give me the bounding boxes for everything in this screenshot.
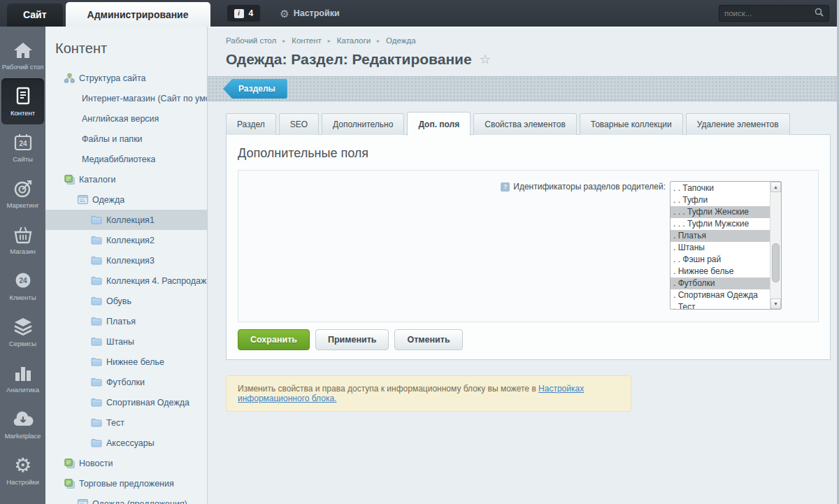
catalog-icon bbox=[64, 459, 75, 468]
tree-item[interactable]: Коллекция1 bbox=[45, 210, 207, 230]
breadcrumb-separator-icon: ▸ bbox=[377, 38, 380, 44]
back-to-sections-button[interactable]: Разделы bbox=[223, 79, 287, 99]
cancel-button[interactable]: Отменить bbox=[394, 329, 462, 350]
rail-item-clients[interactable]: 24Клиенты bbox=[1, 263, 44, 309]
option[interactable]: . . Тапочки bbox=[671, 182, 770, 194]
apply-button[interactable]: Применить bbox=[315, 329, 389, 350]
field-label: Идентификаторы разделов родителей: bbox=[513, 182, 666, 192]
tree-item[interactable]: Коллекция2 bbox=[45, 230, 207, 250]
field-label-cell: ? Идентификаторы разделов родителей: bbox=[250, 181, 670, 192]
tree-item-label: Обувь bbox=[106, 296, 131, 306]
tree-item[interactable]: Коллекция3 bbox=[45, 250, 207, 271]
scrollbar-thumb[interactable] bbox=[772, 243, 780, 282]
search-input[interactable] bbox=[724, 9, 815, 17]
scroll-down-icon[interactable]: ▼ bbox=[770, 298, 781, 309]
help-icon[interactable]: ? bbox=[501, 182, 510, 192]
tab-site[interactable]: Сайт bbox=[7, 3, 63, 27]
form-fields-area: ? Идентификаторы разделов родителей: . .… bbox=[238, 170, 819, 322]
rail-item-document[interactable]: Контент bbox=[1, 78, 44, 124]
folder-icon bbox=[91, 256, 102, 265]
option[interactable]: . Нижнее белье bbox=[671, 266, 770, 278]
rail-item-label: Контент bbox=[10, 109, 35, 117]
option[interactable]: . Футболки bbox=[671, 278, 770, 289]
folder-icon bbox=[91, 215, 102, 224]
iblock-icon bbox=[78, 195, 88, 204]
tab-item[interactable]: Свойства элементов bbox=[473, 113, 577, 135]
tab-item[interactable]: Товарные коллекции bbox=[580, 113, 683, 135]
topbar-settings-button[interactable]: ⚙ Настройки bbox=[280, 8, 339, 19]
parent-sections-multiselect[interactable]: . . Тапочки. . Туфли. . . Туфли Женские.… bbox=[670, 181, 782, 310]
breadcrumb-separator-icon: ▸ bbox=[328, 38, 331, 44]
tab-administration[interactable]: Администрирование bbox=[66, 2, 210, 27]
svg-text:24: 24 bbox=[19, 277, 27, 285]
tab-item[interactable]: Удаление элементов bbox=[686, 113, 790, 135]
breadcrumb: Рабочий стол▸Контент▸Каталоги▸Одежда bbox=[208, 28, 839, 45]
cloud-download-icon bbox=[13, 410, 34, 429]
tree-item[interactable]: Нижнее белье bbox=[45, 352, 207, 372]
tree-item[interactable]: Тест bbox=[45, 412, 207, 433]
option[interactable]: . . . Туфли Мужские bbox=[671, 218, 770, 230]
notifications-badge[interactable]: i 4 bbox=[227, 5, 261, 22]
tree-item[interactable]: Платья bbox=[45, 311, 207, 331]
tree-item[interactable]: Торговые предложения bbox=[45, 473, 207, 494]
tree-item[interactable]: Коллекция 4. Распродажа bbox=[45, 271, 207, 291]
breadcrumb-item[interactable]: Контент bbox=[292, 36, 322, 45]
favorite-star-icon[interactable]: ☆ bbox=[480, 52, 491, 67]
tree-item-label: Коллекция3 bbox=[106, 256, 155, 266]
option[interactable]: . . Фэшн рай bbox=[671, 254, 770, 266]
breadcrumb-item[interactable]: Рабочий стол bbox=[226, 36, 276, 45]
option[interactable]: . . Туфли bbox=[671, 194, 770, 206]
tree-item[interactable]: Обувь bbox=[45, 291, 207, 311]
tree-item[interactable]: Медиабиблиотека bbox=[45, 149, 207, 169]
tree-item[interactable]: Футболки bbox=[45, 372, 207, 392]
notifications-count: 4 bbox=[249, 8, 254, 18]
rail-item-calendar[interactable]: 24Сайты bbox=[1, 124, 44, 171]
rail-item-label: Рабочий стол bbox=[2, 63, 44, 71]
breadcrumb-item[interactable]: Каталоги bbox=[337, 36, 371, 45]
scroll-up-icon[interactable]: ▲ bbox=[770, 182, 781, 192]
tab-item[interactable]: Раздел bbox=[226, 113, 276, 135]
breadcrumb-item[interactable]: Одежда bbox=[386, 36, 415, 45]
rail-item-home[interactable]: Рабочий стол bbox=[1, 32, 44, 78]
tree-item[interactable]: Интернет-магазин (Сайт по умолчанию bbox=[45, 88, 207, 108]
tree-item[interactable]: Английская версия bbox=[45, 108, 207, 129]
page-title: Одежда: Раздел: Редактирование bbox=[226, 51, 472, 68]
document-icon bbox=[14, 87, 32, 106]
option[interactable]: . Спортивная Одежда bbox=[671, 289, 770, 301]
tree-item-label: Штаны bbox=[106, 337, 134, 347]
tab-active[interactable]: Доп. поля bbox=[407, 112, 471, 136]
rail-item-cloud-download[interactable]: Marketplace bbox=[1, 401, 44, 447]
tree-item[interactable]: Структура сайта bbox=[45, 68, 207, 88]
folder-icon bbox=[91, 377, 102, 387]
tree-item[interactable]: Спортивная Одежда bbox=[45, 392, 207, 412]
tree-item-label: Одежда bbox=[92, 195, 124, 205]
svg-text:24: 24 bbox=[19, 140, 27, 147]
save-button[interactable]: Сохранить bbox=[238, 329, 310, 350]
rail-item-target[interactable]: Маркетинг bbox=[1, 171, 44, 217]
rail-item-chart[interactable]: Аналитика bbox=[1, 355, 44, 401]
tree-item[interactable]: Файлы и папки bbox=[45, 129, 207, 149]
option[interactable]: . Тест bbox=[671, 301, 770, 309]
breadcrumb-separator-icon: ▸ bbox=[282, 38, 285, 44]
context-toolbar: Разделы bbox=[208, 76, 839, 101]
folder-icon bbox=[91, 236, 102, 245]
tree-item[interactable]: Одежда bbox=[45, 189, 207, 210]
search-icon bbox=[815, 7, 824, 20]
rail-item-layers[interactable]: Сервисы bbox=[1, 309, 44, 355]
info-bubble-icon: i bbox=[234, 9, 244, 18]
tab-item[interactable]: Дополнительно bbox=[322, 113, 404, 135]
tree-item[interactable]: Одежда (предложения) bbox=[45, 494, 207, 504]
tree-item[interactable]: Штаны bbox=[45, 331, 207, 352]
option[interactable]: . Штаны bbox=[671, 242, 770, 254]
tree-item-label: Новости bbox=[79, 459, 113, 468]
tree-item[interactable]: Новости bbox=[45, 453, 207, 473]
rail-item-gear[interactable]: ⚙Настройки bbox=[1, 447, 44, 494]
tab-item[interactable]: SEO bbox=[279, 113, 319, 135]
multiselect-scrollbar[interactable]: ▲ ▼ bbox=[770, 182, 781, 309]
tree-item[interactable]: Каталоги bbox=[45, 169, 207, 189]
field-row: ? Идентификаторы разделов родителей: . .… bbox=[238, 171, 818, 310]
option[interactable]: . . . Туфли Женские bbox=[671, 206, 770, 218]
rail-item-basket[interactable]: Магазин bbox=[1, 217, 44, 263]
tree-item[interactable]: Аксессуары bbox=[45, 433, 207, 453]
option[interactable]: . Платья bbox=[671, 230, 770, 242]
